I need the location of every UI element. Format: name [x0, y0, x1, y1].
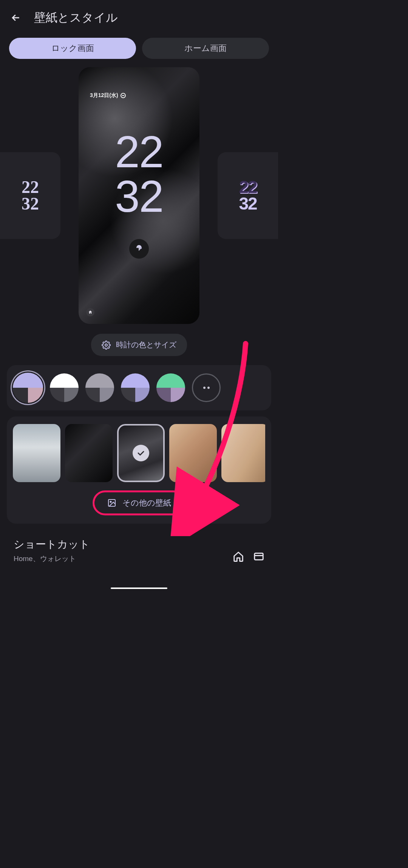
arrow-back-icon — [10, 12, 22, 23]
color-palette-card — [7, 365, 271, 410]
palette-option-1[interactable] — [13, 373, 43, 403]
wallpaper-option-3[interactable] — [117, 424, 165, 482]
palette-bl — [85, 388, 100, 402]
palette-top — [13, 373, 43, 388]
wallpaper-option-5[interactable] — [221, 424, 265, 482]
header: 壁紙とスタイル — [0, 0, 278, 32]
tab-lock-screen[interactable]: ロック画面 — [9, 38, 136, 59]
svg-rect-3 — [255, 553, 263, 560]
clock-preview-row: 22 32 3月12日(水) 22 32 22 32 — [0, 67, 278, 324]
svg-point-2 — [110, 501, 111, 502]
tab-lock-label: ロック画面 — [51, 43, 94, 54]
svg-point-0 — [105, 344, 107, 346]
more-wallpaper-label: その他の壁紙 — [122, 498, 171, 508]
home-badge-icon — [86, 308, 94, 316]
palette-bl — [121, 388, 135, 402]
palette-br — [171, 388, 185, 402]
palette-option-4[interactable] — [121, 373, 150, 402]
palette-br — [28, 388, 43, 403]
preview-clock-mm: 32 — [79, 174, 199, 219]
clock-style-option-right[interactable]: 22 32 — [218, 152, 278, 239]
tab-home-label: ホーム画面 — [184, 43, 227, 54]
shortcut-title: ショートカット — [14, 537, 90, 552]
preview-clock: 22 32 — [79, 130, 199, 219]
clock-style-option-left[interactable]: 22 32 — [0, 152, 60, 239]
wallpaper-option-4[interactable] — [169, 424, 217, 482]
shortcut-section[interactable]: ショートカット Home、ウォレット — [14, 537, 264, 564]
more-horizontal-icon — [203, 387, 210, 389]
wallpaper-thumbnails — [13, 424, 265, 482]
clock-preview-mm: 32 — [22, 196, 39, 212]
wallpaper-option-2[interactable] — [65, 424, 113, 482]
fingerprint-icon — [129, 239, 149, 259]
palette-br — [64, 388, 79, 402]
wallet-icon[interactable] — [253, 551, 264, 564]
clock-settings-label: 時計の色とサイズ — [116, 340, 176, 350]
palette-option-2[interactable] — [50, 373, 79, 402]
palette-option-5[interactable] — [156, 373, 185, 402]
gear-icon — [102, 341, 111, 350]
palette-top — [156, 373, 185, 388]
wallpaper-card: その他の壁紙 — [7, 416, 271, 524]
navigation-handle[interactable] — [111, 587, 167, 589]
preview-date-text: 3月12日(水) — [90, 92, 118, 99]
clock-preview-hh: 22 — [22, 179, 39, 196]
more-wallpaper-button[interactable]: その他の壁紙 — [93, 490, 186, 515]
clock-preview-mm: 32 — [239, 196, 257, 212]
palette-bl — [156, 388, 171, 402]
image-icon — [107, 498, 116, 507]
palette-option-3[interactable] — [85, 373, 114, 402]
check-icon — [133, 445, 149, 461]
palette-top — [121, 373, 150, 388]
wallpaper-option-1[interactable] — [13, 424, 60, 482]
palette-bl — [50, 388, 64, 402]
page-title: 壁紙とスタイル — [34, 10, 118, 26]
palette-bl — [13, 388, 28, 403]
palette-br — [100, 388, 114, 402]
preview-date: 3月12日(水) — [90, 92, 126, 99]
palette-top — [85, 373, 114, 388]
clock-preview-hh: 22 — [239, 179, 257, 196]
home-icon[interactable] — [233, 551, 244, 564]
palette-br — [135, 388, 150, 402]
dnd-icon — [121, 93, 126, 98]
tab-home-screen[interactable]: ホーム画面 — [142, 38, 269, 59]
palette-more-button[interactable] — [192, 373, 221, 402]
clock-color-size-button[interactable]: 時計の色とサイズ — [91, 334, 187, 356]
phone-lockscreen-preview[interactable]: 3月12日(水) 22 32 — [79, 67, 199, 324]
palette-top — [50, 373, 79, 388]
shortcut-subtitle: Home、ウォレット — [14, 554, 90, 564]
back-button[interactable] — [9, 11, 23, 25]
tabs: ロック画面 ホーム画面 — [0, 38, 278, 59]
preview-clock-hh: 22 — [79, 130, 199, 174]
